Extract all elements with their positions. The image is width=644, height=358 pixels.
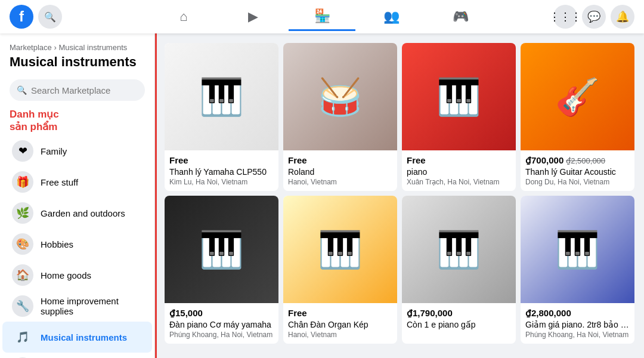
sidebar-header: Marketplace › Musical instruments Musica… [0, 41, 154, 75]
breadcrumb-marketplace[interactable]: Marketplace [10, 43, 52, 52]
search-bar: 🔍 [10, 79, 145, 101]
search-input[interactable] [10, 79, 145, 101]
product-card[interactable]: 🎸 ₫700,000₫2,500,000 Thanh lý Guitar Aco… [521, 43, 634, 191]
category-label-text: Hobbies [41, 239, 73, 249]
product-card[interactable]: 🎹 Free piano Xuân Trạch, Ha Noi, Vietnam [402, 43, 516, 191]
notifications-button[interactable]: 🔔 [611, 5, 634, 29]
nav-video[interactable]: ▶ [219, 2, 286, 31]
product-card[interactable]: 🎹 Free Chân Đàn Organ Kép Hanoi, Vietnam [283, 196, 397, 344]
nav-right: ⋮⋮⋮ 💬 🔔 [553, 5, 634, 29]
product-image: 🎹 [283, 196, 397, 303]
product-price: Free [407, 155, 426, 165]
product-card[interactable]: 🎹 ₫15,000 Đàn piano Cơ máy yamaha Phúng … [165, 196, 278, 344]
product-price: Free [169, 155, 188, 165]
nav-marketplace[interactable]: 🏪 [289, 2, 355, 31]
product-price: Free [288, 308, 307, 318]
product-price: Free [288, 155, 307, 165]
category-icon: 🌿 [12, 202, 33, 224]
product-price: ₫2,800,000 [525, 308, 571, 318]
search-icon: 🔍 [17, 85, 27, 95]
product-location: Phúng Khoang, Ha Noi, Vietnam [525, 331, 630, 339]
product-price: ₫1,790,000 [407, 308, 453, 318]
product-name: Đàn piano Cơ máy yamaha [169, 320, 274, 329]
product-info: Free Thanh lý Yamaha CLP550 Kim Lu, Ha N… [165, 150, 278, 191]
product-name: piano [407, 167, 511, 177]
product-name: Chân Đàn Organ Kép [288, 320, 392, 329]
product-name: Thanh lý Guitar Acoustic [525, 167, 630, 177]
nav-left: f 🔍 [10, 5, 62, 29]
facebook-logo[interactable]: f [10, 5, 33, 29]
product-location: Kim Lu, Ha Noi, Vietnam [169, 178, 274, 186]
sidebar-items-list: ❤ Family 🎁 Free stuff 🌿 Garden and outdo… [0, 135, 154, 358]
product-info: ₫700,000₫2,500,000 Thanh lý Guitar Acous… [521, 150, 634, 191]
sidebar-item-home-improvement-supplies[interactable]: 🔧 Home improvement supplies [2, 291, 152, 322]
category-icon: 🎁 [12, 171, 33, 193]
product-info: Free Chân Đàn Organ Kép Hanoi, Vietnam [283, 303, 397, 344]
product-image: 🎹 [521, 196, 634, 303]
category-label-text: Home improvement supplies [41, 296, 143, 316]
sidebar-item-home-goods[interactable]: 🏠 Home goods [2, 260, 152, 291]
products-grid: 🎹 Free Thanh lý Yamaha CLP550 Kim Lu, Ha… [165, 43, 634, 344]
product-image: 🎸 [521, 43, 634, 150]
product-location: Hanoi, Vietnam [288, 178, 392, 186]
product-location: Hanoi, Vietnam [288, 331, 392, 339]
apps-button[interactable]: ⋮⋮⋮ [553, 5, 577, 29]
product-card[interactable]: 🎹 ₫1,790,000 Còn 1 e piano gấp [402, 196, 516, 344]
product-price: ₫15,000 [169, 308, 203, 318]
product-info: ₫1,790,000 Còn 1 e piano gấp [402, 303, 516, 335]
category-icon: 🎨 [12, 233, 33, 255]
sidebar: Marketplace › Musical instruments Musica… [0, 33, 155, 358]
product-card[interactable]: 🎹 ₫2,800,000 Giảm giá piano. 2tr8 bảo hà… [521, 196, 634, 344]
product-card[interactable]: 🎹 Free Thanh lý Yamaha CLP550 Kim Lu, Ha… [165, 43, 278, 191]
product-location: Xuân Trạch, Ha Noi, Vietnam [407, 178, 511, 186]
category-icon: 🏠 [12, 264, 33, 286]
sidebar-item-free-stuff[interactable]: 🎁 Free stuff [2, 166, 152, 197]
sidebar-item-family[interactable]: ❤ Family [2, 135, 152, 166]
breadcrumb: Marketplace › Musical instruments [10, 43, 145, 52]
category-icon: 🎵 [12, 326, 33, 348]
product-name: Roland [288, 167, 392, 177]
category-icon: ❤ [12, 140, 33, 162]
product-image: 🥁 [283, 43, 397, 150]
nav-friends[interactable]: 👥 [358, 2, 425, 31]
main-content: 🎹 Free Thanh lý Yamaha CLP550 Kim Lu, Ha… [155, 33, 644, 358]
product-location: Phúng Khoang, Ha Noi, Vietnam [169, 331, 274, 339]
category-label-text: Musical instruments [41, 332, 127, 342]
category-icon: 🔧 [12, 295, 33, 317]
original-price: ₫2,500,000 [566, 156, 605, 165]
product-image: 🎹 [402, 196, 516, 303]
main-layout: Marketplace › Musical instruments Musica… [0, 33, 644, 358]
product-price: ₫700,000₫2,500,000 [525, 155, 605, 165]
sidebar-item-hobbies[interactable]: 🎨 Hobbies [2, 229, 152, 260]
product-name: Giảm giá piano. 2tr8 bảo hành 1 năm [525, 320, 630, 329]
category-label-text: Garden and outdoors [41, 208, 125, 218]
sidebar-item-garden-and-outdoors[interactable]: 🌿 Garden and outdoors [2, 197, 152, 229]
page-title: Musical instruments [10, 54, 145, 70]
product-info: Free Roland Hanoi, Vietnam [283, 150, 397, 191]
product-info: Free piano Xuân Trạch, Ha Noi, Vietnam [402, 150, 516, 191]
product-name: Còn 1 e piano gấp [407, 320, 511, 329]
category-label-text: Free stuff [41, 177, 78, 187]
sidebar-item-musical-instruments[interactable]: 🎵 Musical instruments [2, 322, 152, 353]
product-image: 🎹 [165, 43, 278, 150]
product-location: Dong Du, Ha Noi, Vietnam [525, 178, 630, 186]
breadcrumb-category[interactable]: Musical instruments [58, 43, 127, 52]
messenger-button[interactable]: 💬 [582, 5, 606, 29]
category-label-text: Family [41, 146, 67, 156]
nav-center: ⌂ ▶ 🏪 👥 🎮 [150, 2, 494, 31]
category-label: Danh mục sản phẩm [0, 103, 154, 135]
nav-home[interactable]: ⌂ [150, 2, 217, 31]
product-image: 🎹 [165, 196, 278, 303]
search-button[interactable]: 🔍 [38, 5, 62, 29]
product-info: ₫2,800,000 Giảm giá piano. 2tr8 bảo hành… [521, 303, 634, 344]
product-image: 🎹 [402, 43, 516, 150]
top-nav: f 🔍 ⌂ ▶ 🏪 👥 🎮 ⋮⋮⋮ 💬 🔔 [0, 0, 644, 33]
sidebar-item-office-supplies[interactable]: 📎 Office supplies [2, 353, 152, 358]
category-label-text: Home goods [41, 270, 91, 280]
product-card[interactable]: 🥁 Free Roland Hanoi, Vietnam [283, 43, 397, 191]
nav-gaming[interactable]: 🎮 [427, 2, 494, 31]
product-info: ₫15,000 Đàn piano Cơ máy yamaha Phúng Kh… [165, 303, 278, 344]
product-name: Thanh lý Yamaha CLP550 [169, 167, 274, 177]
